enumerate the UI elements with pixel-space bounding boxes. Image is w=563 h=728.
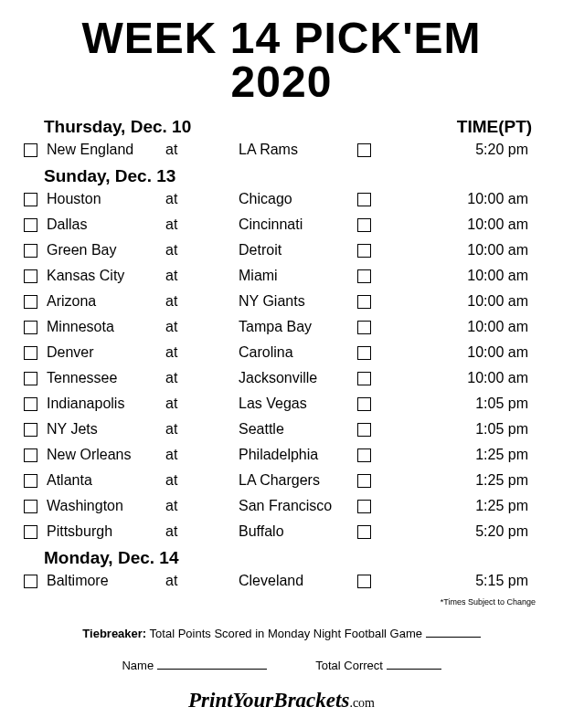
at-label: at xyxy=(165,523,239,540)
away-pick-checkbox[interactable] xyxy=(24,269,37,283)
home-team: LA Rams xyxy=(239,142,357,158)
home-team: Miami xyxy=(239,268,357,284)
home-pick-checkbox[interactable] xyxy=(357,143,371,157)
home-pick-checkbox[interactable] xyxy=(357,269,371,283)
game-time: 1:25 pm xyxy=(444,447,545,463)
home-pick-checkbox[interactable] xyxy=(357,500,371,513)
home-team: Seattle xyxy=(239,421,357,438)
home-team: NY Giants xyxy=(239,293,357,310)
tiebreaker-row: Tiebreaker: Total Points Scored in Monda… xyxy=(18,627,545,640)
at-label: at xyxy=(165,370,239,386)
home-team: Cleveland xyxy=(239,573,357,589)
home-team: Philadelphia xyxy=(239,447,357,463)
game-row: HoustonatChicago10:00 am xyxy=(18,186,545,212)
away-team: Indianapolis xyxy=(47,396,165,412)
game-row: PittsburghatBuffalo5:20 pm xyxy=(18,519,545,544)
at-label: at xyxy=(165,242,239,258)
at-label: at xyxy=(165,344,239,361)
game-time: 1:25 pm xyxy=(444,472,545,489)
home-pick-checkbox[interactable] xyxy=(357,448,371,462)
home-team: Jacksonville xyxy=(239,370,357,386)
away-pick-checkbox[interactable] xyxy=(24,575,37,588)
home-team: Las Vegas xyxy=(239,396,357,412)
at-label: at xyxy=(165,573,239,589)
game-time: 1:05 pm xyxy=(444,396,545,412)
home-pick-checkbox[interactable] xyxy=(357,474,371,488)
game-time: 10:00 am xyxy=(444,319,545,335)
away-team: New Orleans xyxy=(47,447,165,463)
away-team: Baltimore xyxy=(47,573,165,589)
game-time: 10:00 am xyxy=(444,191,545,207)
away-team: Pittsburgh xyxy=(47,523,165,540)
home-pick-checkbox[interactable] xyxy=(357,244,371,258)
away-pick-checkbox[interactable] xyxy=(24,372,37,385)
away-team: New England xyxy=(47,142,165,158)
away-pick-checkbox[interactable] xyxy=(24,525,37,539)
away-pick-checkbox[interactable] xyxy=(24,474,37,488)
total-correct-input-line[interactable] xyxy=(387,669,441,670)
game-row: AtlantaatLA Chargers1:25 pm xyxy=(18,468,545,493)
away-pick-checkbox[interactable] xyxy=(24,193,37,206)
game-row: NY JetsatSeattle1:05 pm xyxy=(18,417,545,442)
home-pick-checkbox[interactable] xyxy=(357,423,371,437)
at-label: at xyxy=(165,293,239,310)
home-pick-checkbox[interactable] xyxy=(357,372,371,385)
home-pick-checkbox[interactable] xyxy=(357,346,371,360)
game-time: 10:00 am xyxy=(444,268,545,284)
game-row: DenveratCarolina10:00 am xyxy=(18,340,545,365)
away-team: Washington xyxy=(47,498,165,514)
home-pick-checkbox[interactable] xyxy=(357,321,371,334)
away-pick-checkbox[interactable] xyxy=(24,397,37,411)
away-team: Minnesota xyxy=(47,319,165,335)
tiebreaker-input-line[interactable] xyxy=(426,637,481,638)
away-pick-checkbox[interactable] xyxy=(24,321,37,334)
home-team: Detroit xyxy=(239,242,357,258)
home-pick-checkbox[interactable] xyxy=(357,193,371,206)
away-pick-checkbox[interactable] xyxy=(24,448,37,462)
at-label: at xyxy=(165,396,239,412)
game-row: IndianapolisatLas Vegas1:05 pm xyxy=(18,391,545,417)
footer-brand: PrintYourBrackets.com xyxy=(18,689,545,712)
game-time: 10:00 am xyxy=(444,216,545,233)
footer-bold: PrintYourBrackets xyxy=(188,689,349,712)
away-team: Atlanta xyxy=(47,472,165,489)
away-pick-checkbox[interactable] xyxy=(24,295,37,309)
home-team: Carolina xyxy=(239,344,357,361)
home-team: Tampa Bay xyxy=(239,319,357,335)
away-pick-checkbox[interactable] xyxy=(24,244,37,258)
game-time: 5:20 pm xyxy=(444,523,545,540)
header-row: Thursday, Dec. 10 TIME(PT) xyxy=(18,117,545,137)
game-row: New EnglandatLA Rams5:20 pm xyxy=(18,137,545,163)
away-pick-checkbox[interactable] xyxy=(24,500,37,513)
home-pick-checkbox[interactable] xyxy=(357,575,371,588)
name-input-line[interactable] xyxy=(157,669,267,670)
game-row: TennesseeatJacksonville10:00 am xyxy=(18,365,545,391)
away-team: Houston xyxy=(47,191,165,207)
at-label: at xyxy=(165,191,239,207)
game-row: ArizonaatNY Giants10:00 am xyxy=(18,289,545,314)
away-team: Dallas xyxy=(47,216,165,233)
game-row: Kansas CityatMiami10:00 am xyxy=(18,263,545,289)
game-row: WashingtonatSan Francisco1:25 pm xyxy=(18,493,545,519)
away-team: Denver xyxy=(47,344,165,361)
tiebreaker-label: Tiebreaker: xyxy=(82,627,146,640)
day-heading-0: Thursday, Dec. 10 xyxy=(44,117,444,137)
away-team: Green Bay xyxy=(47,242,165,258)
away-pick-checkbox[interactable] xyxy=(24,423,37,437)
away-pick-checkbox[interactable] xyxy=(24,143,37,157)
home-pick-checkbox[interactable] xyxy=(357,295,371,309)
name-label: Name xyxy=(122,659,154,672)
away-pick-checkbox[interactable] xyxy=(24,346,37,360)
home-pick-checkbox[interactable] xyxy=(357,525,371,539)
game-row: BaltimoreatCleveland5:15 pm xyxy=(18,568,545,594)
home-pick-checkbox[interactable] xyxy=(357,218,371,232)
page-title: WEEK 14 PICK'EM 2020 xyxy=(18,16,545,104)
game-time: 10:00 am xyxy=(444,344,545,361)
game-time: 10:00 am xyxy=(444,293,545,310)
total-correct-label: Total Correct xyxy=(315,659,383,672)
at-label: at xyxy=(165,472,239,489)
home-pick-checkbox[interactable] xyxy=(357,397,371,411)
disclaimer: *Times Subject to Change xyxy=(18,597,545,607)
footer-com: .com xyxy=(349,696,375,710)
away-pick-checkbox[interactable] xyxy=(24,218,37,232)
